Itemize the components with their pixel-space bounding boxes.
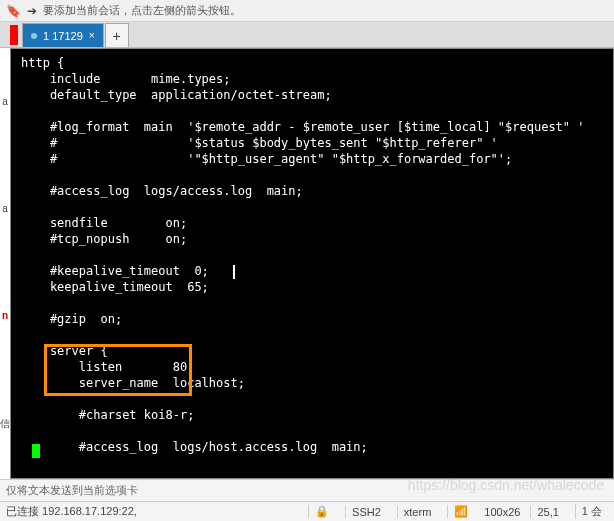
gutter-item: a <box>2 96 8 107</box>
status-ssh: SSH2 <box>345 506 387 518</box>
terminal[interactable]: http { include mime.types; default_type … <box>10 48 614 479</box>
close-icon[interactable]: × <box>89 30 95 41</box>
tab-status-dot-icon <box>31 33 37 39</box>
tab-label: 1 17129 <box>43 30 83 42</box>
lock-icon: 🔒 <box>308 505 335 518</box>
watermark: https://blog.csdn.net/whalecode <box>408 477 604 493</box>
toolbar: 🔖 ➔ 要添加当前会话，点击左侧的箭头按钮。 <box>0 0 614 22</box>
bookmark-icon[interactable]: 🔖 <box>6 4 21 18</box>
status-sess: 1 会 <box>575 504 608 519</box>
status-size: 100x26 <box>484 506 520 518</box>
input-bar-text: 仅将文本发送到当前选项卡 <box>6 483 138 498</box>
gutter-item: a <box>2 203 8 214</box>
cursor-block <box>32 444 40 458</box>
tab-add-button[interactable]: + <box>105 23 129 47</box>
status-bar: 已连接 192.168.17.129:22, 🔒 SSH2 xterm 📶 10… <box>0 501 614 521</box>
toolbar-text: 要添加当前会话，点击左侧的箭头按钮。 <box>43 3 241 18</box>
status-conn: 已连接 192.168.17.129:22, <box>6 504 137 519</box>
tab-active[interactable]: 1 17129 × <box>22 23 104 47</box>
tab-active-marker <box>10 25 18 45</box>
tab-bar: 1 17129 × + <box>0 22 614 48</box>
status-pos: 25,1 <box>530 506 564 518</box>
gutter-item: 信 <box>0 417 10 431</box>
gutter-item: n <box>2 310 8 321</box>
arrow-icon[interactable]: ➔ <box>27 4 37 18</box>
signal-icon: 📶 <box>447 505 474 518</box>
app-gutter: a a n 信 <box>0 48 10 479</box>
status-term: xterm <box>397 506 438 518</box>
